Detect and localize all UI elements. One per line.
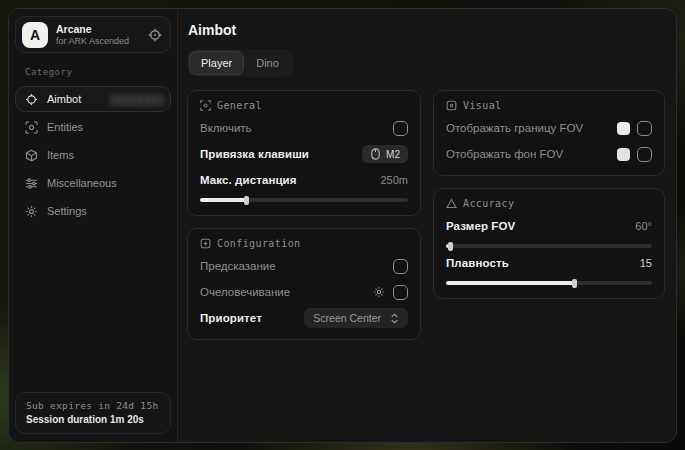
tune-icon [200,238,211,249]
keybind-button[interactable]: M2 [362,145,408,163]
gear-icon[interactable] [373,286,385,298]
row-prediction: Предсказание [200,255,408,277]
panel-title: Visual [463,100,502,111]
brand-subtitle: for ARK Ascended [56,36,140,46]
sidebar-item-aimbot[interactable]: Aimbot [15,86,171,112]
scan-icon [25,121,38,134]
target-icon[interactable] [148,28,162,42]
row-label: Отображать границу FOV [446,122,583,134]
gear-icon [25,205,38,218]
row-label: Размер FOV [446,220,515,232]
sidebar-item-settings[interactable]: Settings [15,198,171,224]
app-window: A Arcane for ARK Ascended Category Aimbo… [8,8,677,443]
app-logo: A [22,22,48,48]
brand-title: Arcane [56,23,140,35]
sidebar-item-items[interactable]: Items [15,142,171,168]
panel-general: General Включить Привязка клавиши M2 [187,90,421,216]
sub-expires-text: Sub expires in 24d 15h [26,400,160,411]
sidebar-item-label: Items [47,149,74,161]
sliders-icon [25,177,38,190]
smoothness-value: 15 [640,257,652,269]
row-humanize: Очеловечивание [200,281,408,303]
row-label: Плавность [446,257,509,269]
tab-bar: Player Dino [187,49,293,77]
row-priority: Приоритет Screen Center [200,307,408,329]
panel-accuracy: Accuracy Размер FOV 60° Плавность 15 [433,188,665,299]
mouse-icon [370,148,381,160]
fov-size-slider[interactable] [446,244,652,248]
panel-title: General [217,100,262,111]
row-fov-size: Размер FOV 60° [446,215,652,237]
priority-value: Screen Center [313,312,381,324]
row-fov-background: Отображать фон FOV [446,143,652,165]
row-smoothness: Плавность 15 [446,252,652,274]
eye-icon [446,100,457,111]
row-label: Отображать фон FOV [446,148,563,160]
brand-card: A Arcane for ARK Ascended [15,16,171,53]
row-enable: Включить [200,117,408,139]
row-max-distance: Макс. дистанция 250m [200,169,408,191]
session-card: Sub expires in 24d 15h Session duration … [15,392,171,434]
fov-border-color-swatch[interactable] [617,122,630,135]
fov-background-color-swatch[interactable] [617,148,630,161]
fov-background-checkbox[interactable] [637,147,652,162]
triangle-icon [446,198,457,209]
row-label: Привязка клавиши [200,148,309,160]
panel-configuration: Configuration Предсказание Очеловечивани… [187,228,421,340]
blurred-watermark [111,94,163,106]
tab-dino[interactable]: Dino [244,51,291,75]
focus-icon [200,100,211,111]
sidebar-item-miscellaneous[interactable]: Miscellaneous [15,170,171,196]
humanize-checkbox[interactable] [393,285,408,300]
panel-title: Configuration [217,238,300,249]
panel-title: Accuracy [463,198,514,209]
sidebar-item-label: Entities [47,121,83,133]
max-distance-value: 250m [380,174,408,186]
fov-border-checkbox[interactable] [637,121,652,136]
smoothness-slider[interactable] [446,281,652,285]
sidebar-item-entities[interactable]: Entities [15,114,171,140]
enable-checkbox[interactable] [393,121,408,136]
sidebar-item-label: Aimbot [47,93,81,105]
crosshair-icon [25,93,38,106]
fov-size-value: 60° [635,220,652,232]
sidebar: A Arcane for ARK Ascended Category Aimbo… [9,9,178,442]
main-content: Aimbot Player Dino General [178,9,676,442]
row-label: Макс. дистанция [200,174,297,186]
category-label: Category [25,67,171,77]
row-keybind: Привязка клавиши M2 [200,143,408,165]
box-icon [25,149,38,162]
row-label: Приоритет [200,312,262,324]
row-fov-border: Отображать границу FOV [446,117,652,139]
row-label: Очеловечивание [200,286,290,298]
prediction-checkbox[interactable] [393,259,408,274]
row-label: Включить [200,122,252,134]
session-duration-text: Session duration 1m 20s [26,414,160,425]
sidebar-item-label: Miscellaneous [47,177,117,189]
priority-dropdown[interactable]: Screen Center [304,308,408,328]
tab-player[interactable]: Player [189,51,244,75]
page-title: Aimbot [188,22,665,38]
keybind-value: M2 [386,149,400,160]
max-distance-slider[interactable] [200,198,408,202]
panel-visual: Visual Отображать границу FOV Отображать… [433,90,665,176]
row-label: Предсказание [200,260,276,272]
unfold-icon [390,313,399,324]
sidebar-item-label: Settings [47,205,87,217]
